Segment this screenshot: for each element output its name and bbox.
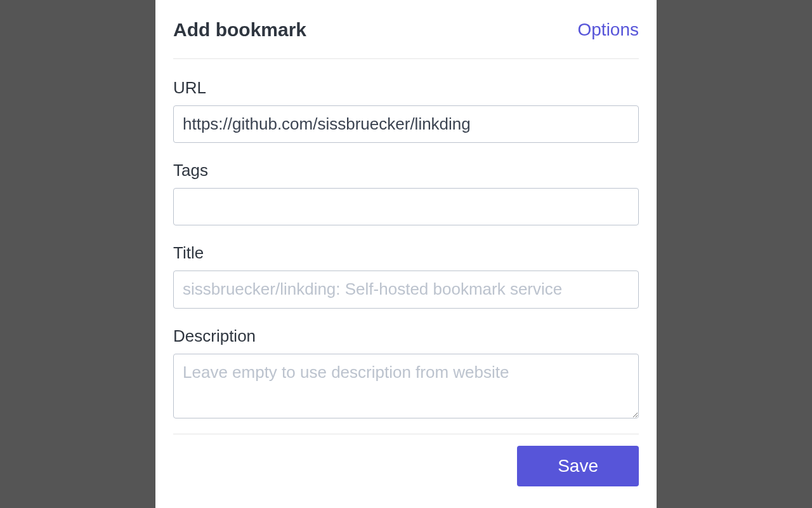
options-link[interactable]: Options [578,20,639,40]
save-button[interactable]: Save [517,446,639,486]
panel-header: Add bookmark Options [173,19,639,59]
url-label: URL [173,78,639,98]
title-input[interactable] [173,271,639,308]
description-group: Description [173,326,639,421]
description-label: Description [173,326,639,346]
panel-footer: Save [173,434,639,486]
tags-group: Tags [173,161,639,225]
url-input[interactable] [173,105,639,143]
title-label: Title [173,243,639,263]
url-group: URL [173,78,639,143]
add-bookmark-panel: Add bookmark Options URL Tags Title Desc… [155,0,657,508]
page-title: Add bookmark [173,19,306,41]
tags-label: Tags [173,161,639,180]
tags-input[interactable] [173,188,639,225]
title-group: Title [173,243,639,308]
description-textarea[interactable] [173,354,639,418]
